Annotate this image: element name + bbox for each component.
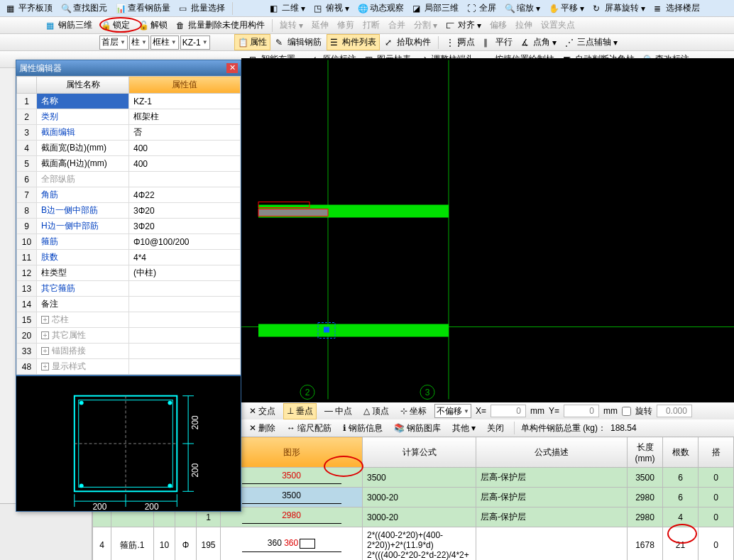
dialog-title: 属性编辑器 bbox=[19, 62, 62, 75]
x-field[interactable]: 0 bbox=[491, 405, 526, 417]
lock-icon: 🔒 bbox=[101, 21, 111, 31]
btn-screen-rotate[interactable]: ↻屏幕旋转 ▾ bbox=[589, 0, 649, 16]
prop-row[interactable]: 11肢数4*4 bbox=[17, 250, 241, 265]
btn-stretch-dis: 拉伸 bbox=[512, 17, 536, 33]
total-weight-value: 188.54 bbox=[610, 423, 637, 433]
btn-view-rebar[interactable]: 📊查看钢筋量 bbox=[112, 0, 174, 16]
snap-vertex[interactable]: △顶点 bbox=[360, 403, 393, 419]
snap-mid[interactable]: ―中点 bbox=[321, 403, 356, 419]
btn-3pt-axis[interactable]: ⋰三点辅轴 ▾ bbox=[562, 34, 621, 50]
rotate-check[interactable] bbox=[622, 407, 631, 416]
prop-row[interactable]: 1名称KZ-1 bbox=[17, 94, 241, 109]
property-editor-dialog: 属性编辑器 ✕ 属性名称 属性值 1名称KZ-12类别框架柱3截面编辑否4截面宽… bbox=[16, 60, 241, 512]
btn-orbit[interactable]: 🌐动态观察 bbox=[354, 0, 407, 16]
toolbar-row-3: 首层▼ 柱▼ 框柱▼ KZ-1▼ 📋属性 ✎编辑钢筋 ☰构件列表 ⤢拾取构件 ⋮… bbox=[0, 34, 734, 51]
dialog-titlebar[interactable]: 属性编辑器 ✕ bbox=[16, 60, 241, 76]
btn-pan[interactable]: ✋平移 ▾ bbox=[545, 0, 588, 16]
y-field[interactable]: 0 bbox=[564, 405, 599, 417]
close-icon[interactable]: ✕ bbox=[226, 63, 238, 73]
svg-point-4 bbox=[80, 401, 84, 405]
toolbar-row-2: ▦钢筋三维 🔒锁定 🔓解锁 🗑批量删除未使用构件 旋转 ▾ 延伸 修剪 打断 合… bbox=[0, 17, 734, 34]
btn-batch-select[interactable]: ▭批量选择 bbox=[175, 0, 229, 16]
prop-row[interactable]: 5截面高(H边)(mm)400 bbox=[17, 156, 241, 172]
col-name: 属性名称 bbox=[37, 77, 129, 94]
prop-row[interactable]: 14备注 bbox=[17, 297, 241, 312]
btn-trim-dis: 修剪 bbox=[334, 17, 358, 33]
unlock-icon: 🔓 bbox=[138, 21, 148, 31]
snap-intersect[interactable]: ✕交点 bbox=[246, 403, 279, 419]
btn-properties[interactable]: 📋属性 bbox=[234, 34, 270, 50]
btn-member-list[interactable]: ☰构件列表 bbox=[327, 34, 380, 50]
table-row[interactable]: 4箍筋.110Φ195360 3602*((400-2*20)+(400-2*2… bbox=[93, 527, 734, 561]
btn-align-top[interactable]: ▦平齐板顶 bbox=[3, 0, 56, 16]
btn-rebar-info[interactable]: ℹ钢筋信息 bbox=[339, 420, 386, 437]
btn-top-view[interactable]: ◳俯视 ▾ bbox=[310, 0, 353, 16]
btn-extend-dis: 延伸 bbox=[308, 17, 332, 33]
svg-text:200: 200 bbox=[93, 502, 107, 511]
btn-rebar-other[interactable]: 其他 ▾ bbox=[449, 420, 479, 437]
prop-row[interactable]: 12柱类型(中柱) bbox=[17, 265, 241, 281]
btn-parallel[interactable]: ∥平行 bbox=[480, 34, 516, 50]
drawing-canvas[interactable]: 2 3 bbox=[241, 58, 734, 402]
combo-subtype[interactable]: 框柱▼ bbox=[150, 35, 179, 50]
prop-row[interactable]: 8B边一侧中部筋3Φ20 bbox=[17, 203, 241, 219]
total-weight-label: 单构件钢筋总重 (kg)： bbox=[521, 422, 606, 434]
prop-row[interactable]: 20+其它属性 bbox=[17, 328, 241, 344]
btn-lock[interactable]: 🔒锁定 bbox=[97, 17, 133, 33]
toolbar-row-1: ▦平齐板顶 🔍查找图元 📊查看钢筋量 ▭批量选择 ◧二维 ▾ ◳俯视 ▾ 🌐动态… bbox=[0, 0, 734, 17]
coord-bar: ✕交点 ⊥垂点 ―中点 △顶点 ⊹坐标 不偏移▼ X= 0 mm Y= 0 mm… bbox=[241, 402, 734, 419]
btn-pick-member[interactable]: ⤢拾取构件 bbox=[381, 34, 434, 50]
combo-type[interactable]: 柱▼ bbox=[129, 35, 149, 50]
svg-rect-26 bbox=[258, 324, 449, 337]
btn-find-elem[interactable]: 🔍查找图元 bbox=[57, 0, 111, 16]
svg-text:200: 200 bbox=[145, 502, 159, 511]
btn-select-floor[interactable]: ≣选择楼层 bbox=[650, 0, 703, 16]
btn-rebar-close[interactable]: 关闭 bbox=[483, 420, 508, 437]
btn-align[interactable]: ⫍对齐 ▾ bbox=[442, 17, 485, 33]
svg-point-7 bbox=[168, 483, 172, 488]
btn-rebar-lib[interactable]: 📚钢筋图库 bbox=[390, 420, 444, 437]
btn-edit-rebar[interactable]: ✎编辑钢筋 bbox=[272, 34, 325, 50]
btn-2d[interactable]: ◧二维 ▾ bbox=[266, 0, 309, 16]
prop-row[interactable]: 7角筋4Φ22 bbox=[17, 187, 241, 203]
prop-row[interactable]: 33+锚固搭接 bbox=[17, 344, 241, 359]
section-preview: 200 200 200 200 bbox=[16, 375, 241, 511]
svg-text:200: 200 bbox=[190, 415, 200, 429]
btn-unlock[interactable]: 🔓解锁 bbox=[135, 17, 171, 33]
svg-rect-27 bbox=[258, 209, 328, 216]
combo-floor[interactable]: 首层▼ bbox=[99, 35, 128, 50]
btn-rebar-3d[interactable]: ▦钢筋三维 bbox=[43, 17, 96, 33]
btn-local-3d[interactable]: ◪局部三维 bbox=[409, 0, 462, 16]
btn-merge-dis: 合并 bbox=[385, 17, 409, 33]
btn-scale-rebar[interactable]: ↔缩尺配筋 bbox=[283, 420, 335, 437]
svg-text:2: 2 bbox=[305, 388, 310, 397]
prop-row[interactable]: 13其它箍筋 bbox=[17, 281, 241, 297]
combo-member[interactable]: KZ-1▼ bbox=[180, 35, 210, 50]
prop-row[interactable]: 15+芯柱 bbox=[17, 312, 241, 328]
prop-row[interactable]: 10箍筋Φ10@100/200 bbox=[17, 234, 241, 250]
btn-grip-dis: 设置夹点 bbox=[537, 17, 579, 33]
btn-fullscreen[interactable]: ⛶全屏 bbox=[464, 0, 500, 16]
btn-break-dis: 打断 bbox=[359, 17, 383, 33]
prop-row[interactable]: 3截面编辑否 bbox=[17, 125, 241, 141]
svg-point-6 bbox=[80, 483, 84, 488]
x-label: X= bbox=[476, 406, 486, 416]
svg-point-5 bbox=[168, 401, 172, 405]
prop-row[interactable]: 4截面宽(B边)(mm)400 bbox=[17, 141, 241, 156]
btn-point-angle[interactable]: ∡点角 ▾ bbox=[517, 34, 560, 50]
prop-row[interactable]: 6全部纵筋 bbox=[17, 172, 241, 187]
prop-row[interactable]: 9H边一侧中部筋3Φ20 bbox=[17, 219, 241, 234]
prop-row[interactable]: 48+显示样式 bbox=[17, 359, 241, 375]
prop-row[interactable]: 2类别框架柱 bbox=[17, 109, 241, 125]
btn-zoom[interactable]: 🔍缩放 ▾ bbox=[501, 0, 544, 16]
rotate-field[interactable]: 0.000 bbox=[657, 405, 692, 417]
btn-two-point[interactable]: ⋮⋮两点 bbox=[442, 34, 478, 50]
property-grid: 属性名称 属性值 1名称KZ-12类别框架柱3截面编辑否4截面宽(B边)(mm)… bbox=[16, 76, 241, 375]
btn-del-unused[interactable]: 🗑批量删除未使用构件 bbox=[172, 17, 268, 33]
btn-delete-rebar[interactable]: ✕删除 bbox=[246, 420, 279, 437]
rebar-ops-bar: ✕删除 ↔缩尺配筋 ℹ钢筋信息 📚钢筋图库 其他 ▾ 关闭 单构件钢筋总重 (k… bbox=[241, 419, 734, 437]
rotate-label: 旋转 bbox=[635, 405, 652, 417]
snap-perp[interactable]: ⊥垂点 bbox=[283, 403, 317, 419]
offset-combo[interactable]: 不偏移▼ bbox=[434, 404, 471, 418]
snap-coord[interactable]: ⊹坐标 bbox=[397, 403, 430, 419]
